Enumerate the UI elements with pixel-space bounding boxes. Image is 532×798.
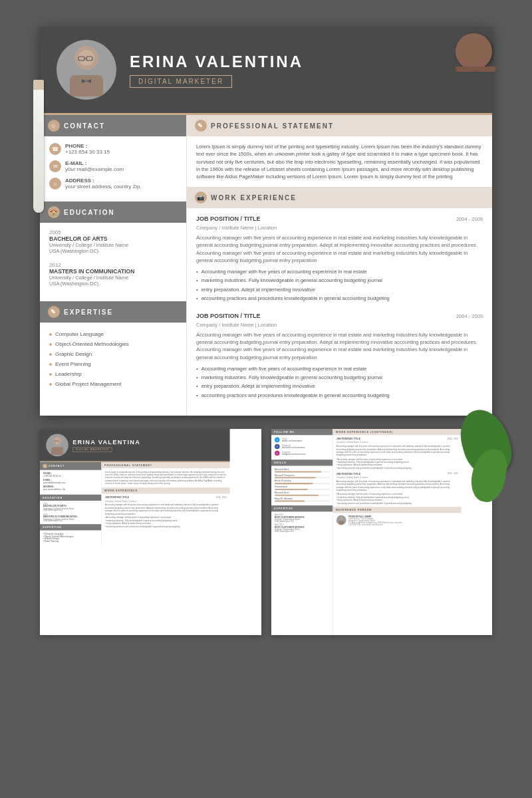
education-content: 2005 BACHELOR OF ARTS University / Colle… (40, 223, 186, 301)
svg-point-8 (85, 80, 88, 82)
job-title-1: JOB POSITION / TITLE (196, 215, 261, 224)
professional-statement-title: PROFESSIONAL STATEMENT (211, 122, 334, 130)
address-icon: ⌂ (49, 178, 61, 190)
job-title-2: JOB POSITION / TITLE (196, 312, 261, 321)
expertise-item-0: Computer Language (49, 329, 177, 339)
job-bullet-1-1: •marketing industries. Fully knowledgeab… (196, 276, 483, 285)
expertise-item-5: Global Project Management (49, 379, 177, 389)
professional-statement-text: Lorem Ipsum is simply dummy text of the … (187, 136, 492, 187)
work-experience-title: WORK EXPERIENCE (211, 194, 297, 201)
email-label: E-MAIL : (65, 160, 124, 166)
expertise-item-4: Leadership (49, 369, 177, 379)
work-experience-content: JOB POSITION / TITLE 2004 - 2009 Company… (187, 208, 492, 416)
education-title: EDUCATION (64, 209, 115, 216)
address-value: your street address, country Zip. (65, 184, 142, 190)
candidate-name: ERINA VALENTINA (130, 53, 475, 71)
education-section-header: 🏫 EDUCATION (40, 201, 186, 223)
small-page-left: ERINA VALENTINA DIGITAL MARKETER ☺ CONTA… (40, 429, 261, 635)
edu-school-1: University / College / Institute Name (49, 242, 177, 248)
job-dates-2: 2004 - 2009 (456, 313, 483, 320)
expertise-section-header: ✎ EXPERTISE (40, 301, 186, 323)
edu-item-1: 2005 BACHELOR OF ARTS University / Colle… (49, 229, 177, 254)
profile-photo (57, 40, 116, 100)
expertise-title: EXPERTISE (64, 309, 113, 316)
job-bullet-2-3: •accounting practices and procedures kno… (196, 391, 483, 400)
bullet-icon (49, 373, 52, 376)
contact-title: CONTACT (64, 122, 105, 130)
edu-school-2: University / College / Institute Name (49, 275, 177, 281)
expertise-icon: ✎ (48, 306, 60, 318)
resume-page-1: ERINA VALENTINA DIGITAL MARKETER ☺ CONTA… (40, 27, 492, 416)
contact-icon: ☺ (48, 120, 60, 132)
job-desc-1: Accounting manager with five years of ac… (196, 234, 483, 264)
svg-point-15 (339, 516, 342, 519)
right-column: ✎ PROFESSIONAL STATEMENT Lorem Ipsum is … (186, 115, 492, 416)
resume-header: ERINA VALENTINA DIGITAL MARKETER (40, 27, 492, 113)
expertise-item-1: Object-Oriented Methodologies (49, 339, 177, 349)
edu-degree-1: BACHELOR OF ARTS (49, 235, 177, 242)
email-value: y0ur mail@example.com (65, 166, 124, 172)
candidate-title: DIGITAL MARKETER (130, 75, 232, 88)
bullet-icon (49, 363, 52, 366)
job-bullet-1-0: •Accounting manager with five years of a… (196, 267, 483, 276)
svg-rect-10 (51, 447, 63, 455)
job-item-2: JOB POSITION / TITLE 2004 - 2009 Company… (196, 312, 483, 400)
left-column: ☺ CONTACT ☎ PHONE : +123 654 30 33 15 ✉ (40, 115, 186, 416)
phone-value: +123 654 30 33 15 (65, 149, 110, 155)
email-icon: ✉ (49, 160, 61, 172)
header-info: ERINA VALENTINA DIGITAL MARKETER (130, 53, 475, 88)
phone-icon: ☎ (49, 143, 61, 155)
edu-location-2: USA (Washington DC) (49, 281, 177, 287)
bullet-icon (49, 383, 52, 386)
address-label: ADDRESS : (65, 178, 142, 184)
job-dates-1: 2004 - 2009 (456, 215, 483, 223)
expertise-item-3: Event Planning (49, 359, 177, 369)
edu-location-1: USA (Washington DC) (49, 248, 177, 254)
professional-statement-header: ✎ PROFESSIONAL STATEMENT (187, 115, 492, 136)
address-item: ⌂ ADDRESS : your street address, country… (49, 178, 177, 190)
contact-content: ☎ PHONE : +123 654 30 33 15 ✉ E-MAIL : y… (40, 136, 186, 201)
job-bullet-1-2: •entry preparation. Adept at implementin… (196, 285, 483, 294)
bullet-icon (49, 343, 52, 346)
expertise-item-2: Graphic Design (49, 349, 177, 359)
work-experience-header: 📷 WORK EXPERIENCE (187, 187, 492, 208)
bullet-icon (49, 353, 52, 356)
small-page-right: FOLLOW ME t Twittertwitter.com/username … (271, 429, 493, 635)
phone-item: ☎ PHONE : +123 654 30 33 15 (49, 143, 177, 155)
job-bullet-2-1: •marketing industries. Fully knowledgeab… (196, 373, 483, 382)
job-company-1: Company / Institute Name | Location (196, 224, 483, 231)
job-item-1: JOB POSITION / TITLE 2004 - 2009 Company… (196, 215, 483, 303)
briefcase-icon: 📷 (195, 192, 207, 203)
svg-rect-1 (70, 75, 103, 96)
job-bullet-2-2: •entry preparation. Adept at implementin… (196, 382, 483, 390)
contact-section-header: ☺ CONTACT (40, 115, 186, 136)
job-desc-2: Accounting manager with five years of ac… (196, 331, 483, 361)
expertise-content: Computer Language Object-Oriented Method… (40, 323, 186, 396)
resume-body: ☺ CONTACT ☎ PHONE : +123 654 30 33 15 ✉ (40, 115, 492, 416)
small-pages-row: ERINA VALENTINA DIGITAL MARKETER ☺ CONTA… (40, 429, 492, 635)
edu-item-2: 2012 MASTERS IN COMMUNICATION University… (49, 262, 177, 287)
person-icon: ✎ (195, 120, 207, 132)
edu-year-1: 2005 (49, 229, 177, 235)
phone-label: PHONE : (65, 143, 110, 149)
job-bullet-2-0: •Accounting manager with five years of a… (196, 364, 483, 373)
job-company-2: Company / Institute Name | Location (196, 321, 483, 329)
job-bullet-1-3: •accounting practices and procedures kno… (196, 294, 483, 303)
svg-rect-16 (338, 521, 343, 524)
bullet-icon (49, 333, 52, 336)
job-header-1: JOB POSITION / TITLE 2004 - 2009 (196, 215, 483, 224)
email-item: ✉ E-MAIL : y0ur mail@example.com (49, 160, 177, 172)
edu-degree-2: MASTERS IN COMMUNICATION (49, 268, 177, 275)
job-header-2: JOB POSITION / TITLE 2004 - 2009 (196, 312, 483, 321)
edu-year-2: 2012 (49, 262, 177, 268)
education-icon: 🏫 (48, 206, 60, 218)
